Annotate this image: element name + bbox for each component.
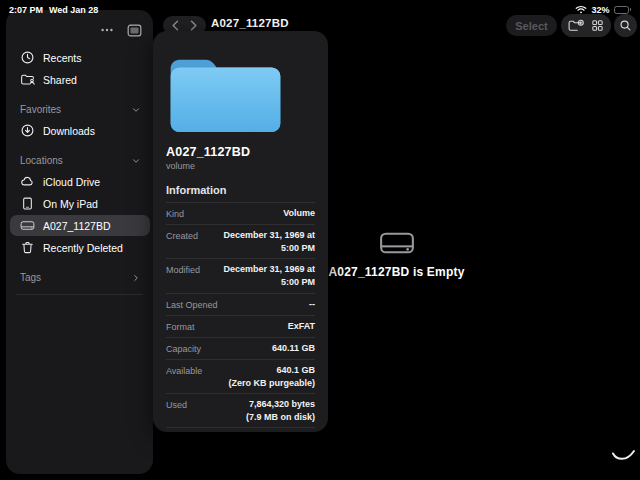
clock-time: 2:07 PM (9, 5, 43, 15)
sidebar-divider (16, 294, 143, 295)
info-row: Last Opened -- (166, 294, 315, 316)
sidebar-item-shared[interactable]: Shared (10, 69, 150, 90)
grid-view-icon[interactable] (591, 19, 604, 32)
shared-folder-icon (20, 72, 35, 87)
sidebar: Recents Shared Favorites Downloads Locat… (6, 10, 153, 474)
search-button[interactable] (614, 14, 637, 37)
date-label: Wed Jan 28 (49, 5, 98, 15)
ipad-icon (20, 196, 35, 211)
select-button[interactable]: Select (506, 15, 557, 36)
cloud-icon (20, 174, 35, 189)
chevron-down-icon (131, 156, 141, 166)
status-bar: 2:07 PM Wed Jan 28 32% (0, 0, 640, 16)
external-drive-icon (20, 218, 35, 233)
info-section-title: Information (166, 184, 315, 202)
back-button[interactable] (171, 20, 180, 31)
wifi-icon (575, 5, 587, 14)
info-row: Kind Volume (166, 203, 315, 225)
pointer-cursor (610, 446, 636, 463)
sidebar-item-icloud-drive[interactable]: iCloud Drive (10, 171, 150, 192)
external-drive-icon (378, 229, 416, 257)
trash-icon (20, 240, 35, 255)
download-circle-icon (20, 123, 35, 138)
sidebar-section-tags[interactable]: Tags (10, 270, 147, 285)
sidebar-item-on-my-ipad[interactable]: On My iPad (10, 193, 150, 214)
sidebar-section-locations[interactable]: Locations (10, 153, 147, 168)
info-row: Used 7,864,320 bytes(7.9 MB on disk) (166, 394, 315, 428)
info-rows: Kind Volume Created December 31, 1969 at… (166, 202, 315, 428)
battery-percent: 32% (591, 5, 609, 15)
info-panel: A027_1127BD volume Information Kind Volu… (153, 31, 328, 432)
sidebar-toggle-icon[interactable] (126, 23, 143, 38)
info-row: Modified December 31, 1969 at5:00 PM (166, 259, 315, 293)
info-title: A027_1127BD (166, 145, 315, 159)
sidebar-item-recently-deleted[interactable]: Recently Deleted (10, 237, 150, 258)
info-row: Available 640.1 GB(Zero KB purgeable) (166, 360, 315, 394)
chevron-right-icon (131, 273, 141, 283)
toolbar-actions (561, 14, 611, 37)
battery-icon (614, 6, 632, 14)
search-icon (619, 19, 632, 32)
forward-button[interactable] (189, 20, 198, 31)
more-options-icon[interactable] (99, 22, 115, 38)
chevron-down-icon (131, 105, 141, 115)
info-row: Format ExFAT (166, 316, 315, 338)
clock-icon (20, 50, 35, 65)
sidebar-section-favorites[interactable]: Favorites (10, 102, 147, 117)
sidebar-item-recents[interactable]: Recents (10, 47, 150, 68)
sidebar-item-downloads[interactable]: Downloads (10, 120, 150, 141)
new-folder-icon[interactable] (568, 19, 584, 33)
sidebar-item-a027-1127bd[interactable]: A027_1127BD (10, 215, 150, 236)
folder-icon (166, 43, 315, 137)
info-row: Capacity 640.11 GB (166, 338, 315, 360)
info-subtitle: volume (166, 161, 315, 171)
info-row: Created December 31, 1969 at5:00 PM (166, 225, 315, 259)
sidebar-list: Recents Shared Favorites Downloads Locat… (6, 40, 153, 295)
page-title: A027_1127BD (211, 17, 289, 29)
